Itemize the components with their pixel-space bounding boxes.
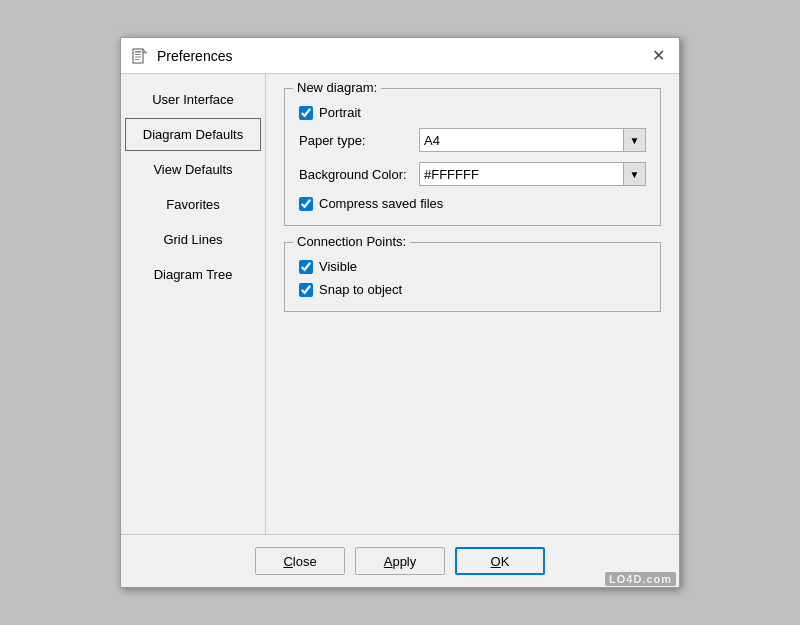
paper-type-row: Paper type: A4 A3 Letter Legal ▼ xyxy=(299,128,646,152)
visible-checkbox[interactable] xyxy=(299,260,313,274)
paper-type-select-wrapper: A4 A3 Letter Legal ▼ xyxy=(419,128,646,152)
sidebar: User Interface Diagram Defaults View Def… xyxy=(121,74,266,534)
svg-rect-2 xyxy=(135,54,141,55)
sidebar-item-grid-lines[interactable]: Grid Lines xyxy=(125,223,261,256)
close-button[interactable]: ✕ xyxy=(647,45,669,67)
compress-label: Compress saved files xyxy=(319,196,443,211)
portrait-row: Portrait xyxy=(299,105,646,120)
content-area: New diagram: Portrait Paper type: A4 A3 xyxy=(266,74,679,534)
compress-checkbox[interactable] xyxy=(299,197,313,211)
portrait-checkbox[interactable] xyxy=(299,106,313,120)
new-diagram-group: New diagram: Portrait Paper type: A4 A3 xyxy=(284,88,661,226)
background-color-select-wrapper: #FFFFFF ▼ xyxy=(419,162,646,186)
background-color-label: Background Color: xyxy=(299,167,419,182)
ok-button[interactable]: OK xyxy=(455,547,545,575)
paper-type-select[interactable]: A4 A3 Letter Legal xyxy=(419,128,624,152)
title-bar-left: Preferences xyxy=(131,47,232,65)
sidebar-item-user-interface[interactable]: User Interface xyxy=(125,83,261,116)
svg-rect-1 xyxy=(135,51,141,53)
apply-button[interactable]: Apply xyxy=(355,547,445,575)
connection-points-group: Connection Points: Visible Snap to objec… xyxy=(284,242,661,312)
dialog-title: Preferences xyxy=(157,48,232,64)
svg-marker-5 xyxy=(143,49,147,53)
preferences-dialog: Preferences ✕ User Interface Diagram Def… xyxy=(120,37,680,588)
background-color-row: Background Color: #FFFFFF ▼ xyxy=(299,162,646,186)
snap-row: Snap to object xyxy=(299,282,646,297)
paper-type-arrow: ▼ xyxy=(624,128,646,152)
snap-checkbox[interactable] xyxy=(299,283,313,297)
dialog-wrapper: Preferences ✕ User Interface Diagram Def… xyxy=(120,37,680,588)
visible-row: Visible xyxy=(299,259,646,274)
close-dialog-button[interactable]: Close xyxy=(255,547,345,575)
connection-points-legend: Connection Points: xyxy=(293,234,410,249)
dialog-footer: Close Apply OK xyxy=(121,534,679,587)
sidebar-item-diagram-defaults[interactable]: Diagram Defaults xyxy=(125,118,261,151)
compress-row: Compress saved files xyxy=(299,196,646,211)
background-color-arrow: ▼ xyxy=(624,162,646,186)
background-color-select[interactable]: #FFFFFF xyxy=(419,162,624,186)
paper-type-label: Paper type: xyxy=(299,133,419,148)
sidebar-item-view-defaults[interactable]: View Defaults xyxy=(125,153,261,186)
title-bar: Preferences ✕ xyxy=(121,38,679,74)
portrait-label: Portrait xyxy=(319,105,361,120)
svg-rect-3 xyxy=(135,56,141,57)
snap-label: Snap to object xyxy=(319,282,402,297)
sidebar-item-favorites[interactable]: Favorites xyxy=(125,188,261,221)
sidebar-item-diagram-tree[interactable]: Diagram Tree xyxy=(125,258,261,291)
new-diagram-legend: New diagram: xyxy=(293,80,381,95)
visible-label: Visible xyxy=(319,259,357,274)
app-icon xyxy=(131,47,149,65)
dialog-body: User Interface Diagram Defaults View Def… xyxy=(121,74,679,534)
svg-rect-4 xyxy=(135,59,139,60)
